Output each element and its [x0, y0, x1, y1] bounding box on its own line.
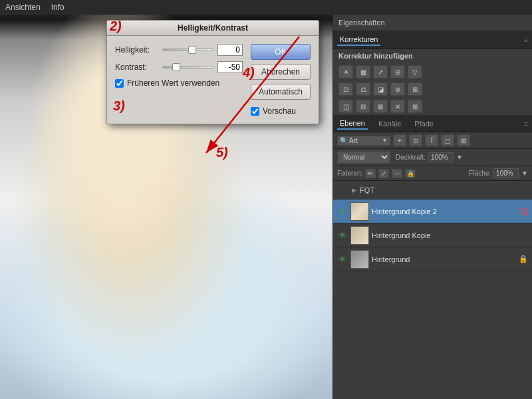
checkbox-row: Früheren Wert verwenden [115, 78, 243, 88]
korrekturen-tabs: Korrekturen ≡ [333, 31, 532, 49]
layer-hk1-thumbnail [350, 226, 369, 245]
korr-icon-brightness[interactable]: ☀ [338, 65, 353, 78]
korr-icon-exposure[interactable]: ⊞ [390, 65, 405, 78]
contrast-value-input[interactable]: -50 [217, 61, 243, 73]
preview-checkbox[interactable] [251, 107, 259, 116]
eb-tab-ebenen[interactable]: Ebenen [337, 118, 368, 130]
korr-collapse-icon[interactable]: ≡ [524, 36, 528, 44]
fixieren-label: Fixieren: [337, 170, 362, 177]
layer-hk2-name: Hintergrund Kopie 2 [372, 207, 517, 215]
preview-row: Vorschau [251, 106, 311, 116]
layer-item-hg[interactable]: 👁 Hintergrund 🔒 [333, 247, 532, 271]
korr-icon-hsl[interactable]: ⊡ [338, 82, 353, 96]
opacity-dropdown-icon[interactable]: ▼ [456, 154, 463, 161]
frueheren-wert-checkbox[interactable] [115, 79, 124, 88]
brightness-slider-container [162, 45, 213, 55]
blend-mode-select[interactable]: Normal [337, 151, 390, 164]
brightness-row: Helligkeit: 0 [115, 44, 243, 56]
art-selector[interactable]: 🔍 Art ▼ [337, 136, 390, 146]
shape-layer-btn[interactable]: ◻ [441, 134, 454, 146]
korr-tab-korrekturen[interactable]: Korrekturen [337, 34, 380, 46]
ebenen-tabs: Ebenen Kanäle Pfade ≡ [333, 115, 532, 132]
layer-hg-thumbnail [350, 250, 369, 269]
ebenen-section: Ebenen Kanäle Pfade ≡ 🔍 Art ▼ + ⊙ T ◻ ⊞ … [333, 115, 532, 399]
dialog-title-bar: Helligkeit/Kontrast [107, 21, 319, 36]
eb-tab-kanaele[interactable]: Kanäle [376, 118, 404, 129]
brightness-slider-thumb[interactable] [188, 46, 196, 54]
dialog-buttons: OK Abbrechen Automatisch Vorschau [251, 44, 311, 116]
korr-icon-row-2: ⊡ ⚖ ◪ ⊛ ⊞ [333, 80, 532, 98]
layer-options-btn[interactable]: ⊙ [409, 134, 422, 146]
korr-icon-levels[interactable]: ▦ [356, 65, 370, 78]
layer-hg-name: Hintergrund [372, 255, 516, 263]
cancel-button[interactable]: Abbrechen [251, 64, 311, 80]
contrast-slider-thumb[interactable] [172, 63, 180, 71]
modal-overlay: Helligkeit/Kontrast Helligkeit: 0 Kontra… [0, 0, 332, 399]
ebenen-collapse-icon[interactable]: ≡ [524, 120, 528, 128]
layer-item-hk2[interactable]: 👁 Hintergrund Kopie 2 1) [333, 200, 532, 223]
flaeche-label: Fläche: [469, 170, 491, 177]
eigenschaften-label: Eigenschaften [338, 19, 385, 27]
dialog-title: Helligkeit/Kontrast [178, 23, 248, 33]
dialog-body: Helligkeit: 0 Kontrast: -50 [107, 36, 319, 124]
layer-fqt-triangle-icon[interactable]: ▶ [350, 187, 357, 194]
layer-hk2-badge: 1) [520, 206, 528, 216]
layer-fqt-vis-icon[interactable] [337, 185, 348, 196]
layer-hg-vis-icon[interactable]: 👁 [337, 254, 348, 265]
brightness-label: Helligkeit: [115, 45, 158, 55]
brightness-value-input[interactable]: 0 [217, 44, 243, 56]
eb-tab-pfade[interactable]: Pfade [412, 118, 436, 129]
layer-list: ▶ FQT 👁 Hintergrund Kopie 2 1) 👁 Hinterg… [333, 181, 532, 399]
art-dropdown-icon: ▼ [382, 137, 388, 144]
fix-icon-2[interactable]: ⤢ [378, 169, 389, 178]
dialog-controls: Helligkeit: 0 Kontrast: -50 [115, 44, 243, 116]
layer-hk1-vis-icon[interactable]: 👁 [337, 230, 348, 241]
contrast-row: Kontrast: -50 [115, 61, 243, 73]
layer-hk2-thumbnail [350, 202, 369, 221]
layer-fqt-name: FQT [360, 186, 374, 194]
ok-button[interactable]: OK [251, 44, 311, 60]
korr-icon-bw[interactable]: ◪ [373, 82, 388, 96]
contrast-label: Kontrast: [115, 63, 158, 72]
korr-icon-posterize[interactable]: ⊟ [356, 100, 370, 113]
contrast-slider-container [162, 62, 213, 72]
layer-item-hk1[interactable]: 👁 Hintergrund Kopie [333, 223, 532, 247]
fix-icon-4[interactable]: 🔒 [405, 169, 416, 178]
layer-hk2-vis-icon[interactable]: 👁 [337, 206, 348, 217]
opacity-input[interactable]: 100% [428, 152, 454, 162]
korr-icon-row-1: ☀ ▦ ↗ ⊞ ▽ [333, 63, 532, 80]
text-layer-btn[interactable]: T [425, 134, 438, 146]
korr-icon-row-3: ◫ ⊟ ⊠ ✕ ⊞ [333, 98, 532, 115]
right-panel: Bibliotheken Korrekturen Stile ≡ Eigensc… [332, 0, 532, 399]
flaeche-input[interactable]: 100% [493, 168, 519, 178]
korr-icon-threshold[interactable]: ⊠ [373, 100, 388, 113]
ebenen-toolbar: 🔍 Art ▼ + ⊙ T ◻ ⊞ [333, 132, 532, 149]
checkbox-label: Früheren Wert verwenden [127, 78, 219, 88]
korr-icon-gradient[interactable]: ✕ [390, 100, 405, 113]
fixieren-row: Fixieren: ✏ ⤢ ↔ 🔒 Fläche: 100% ▼ [333, 166, 532, 181]
layer-hk1-name: Hintergrund Kopie [372, 231, 528, 239]
preview-label: Vorschau [263, 106, 296, 116]
search-icon: 🔍 [340, 137, 348, 144]
korr-icon-colorbalance[interactable]: ⚖ [356, 82, 370, 96]
korr-icon-selectivecolor[interactable]: ⊞ [408, 100, 422, 113]
new-layer-btn[interactable]: + [393, 134, 406, 146]
korrekturen-title: Korrektur hinzufügen [333, 49, 532, 63]
auto-button[interactable]: Automatisch [251, 84, 311, 100]
art-label: Art [349, 137, 380, 144]
layer-item-fqt[interactable]: ▶ FQT [333, 181, 532, 200]
adj-layer-btn[interactable]: ⊞ [457, 134, 470, 146]
korr-icon-photofilter[interactable]: ⊛ [390, 82, 405, 96]
korr-tab-other[interactable] [386, 39, 391, 41]
layer-hg-lock-icon: 🔒 [519, 255, 528, 263]
brightness-contrast-dialog: Helligkeit/Kontrast Helligkeit: 0 Kontra… [106, 20, 319, 124]
opacity-row: Normal Deckkraft: 100% ▼ [333, 149, 532, 166]
fix-icon-1[interactable]: ✏ [365, 169, 376, 178]
korr-icon-curves[interactable]: ↗ [373, 65, 388, 78]
korr-icon-channelmix[interactable]: ⊞ [408, 82, 422, 96]
fix-icon-3[interactable]: ↔ [392, 169, 402, 178]
flaeche-dropdown-icon[interactable]: ▼ [521, 170, 528, 177]
korr-icon-vibrance[interactable]: ▽ [408, 65, 422, 78]
opacity-label: Deckkraft: [396, 154, 426, 161]
korr-icon-invert[interactable]: ◫ [338, 100, 353, 113]
